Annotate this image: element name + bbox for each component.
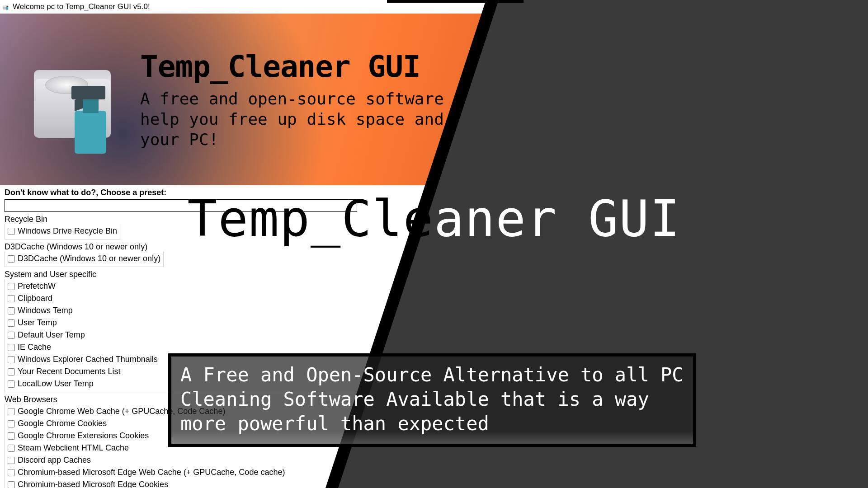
checkbox-discord[interactable]: [8, 457, 15, 464]
promo-box: A Free and Open-Source Alternative to al…: [168, 353, 696, 447]
option-label: IE Cache: [18, 342, 51, 353]
option-label: Chromium-based Microsoft Edge Web Cache …: [18, 467, 285, 478]
option-label: Your Recent Documents List: [18, 366, 120, 377]
option-label: D3DCache (Windows 10 or newer only): [18, 253, 160, 264]
option-label: Windows Temp: [18, 305, 73, 316]
option-clipboard[interactable]: Clipboard: [5, 292, 678, 305]
option-edge-cache[interactable]: Chromium-based Microsoft Edge Web Cache …: [5, 466, 678, 479]
option-label: User Temp: [18, 317, 57, 328]
svg-rect-3: [7, 6, 9, 7]
option-label: LocalLow User Temp: [18, 378, 94, 389]
group-d3d: D3DCache (Windows 10 or newer only): [5, 252, 164, 267]
option-edge-cookies[interactable]: Chromium-based Microsoft Edge Cookies: [5, 479, 678, 488]
option-label: Chromium-based Microsoft Edge Cookies: [18, 479, 168, 488]
app-icon: [2, 3, 10, 11]
option-ie-cache[interactable]: IE Cache: [5, 341, 678, 353]
checkbox-user-temp[interactable]: [8, 319, 15, 327]
option-prefetchw[interactable]: PrefetchW: [5, 280, 678, 292]
app-title: Temp_Cleaner GUI: [140, 49, 556, 84]
promo-title-left: Temp_Cle: [187, 190, 434, 248]
group-title-system: System and User specific: [5, 270, 678, 279]
option-win-temp[interactable]: Windows Temp: [5, 305, 678, 317]
option-label: Windows Explorer Cached Thumbnails: [18, 354, 158, 365]
checkbox-chrome-cookies[interactable]: [8, 420, 15, 427]
checkbox-chrome-ext[interactable]: [8, 432, 15, 440]
checkbox-edge-cache[interactable]: [8, 469, 15, 476]
app-logo: [32, 54, 122, 145]
option-discord[interactable]: Discord app Caches: [5, 454, 678, 466]
header-banner: Temp_Cleaner GUI A free and open-source …: [0, 14, 683, 185]
option-label: Steam Webclient HTML Cache: [18, 442, 129, 454]
svg-rect-2: [6, 7, 9, 10]
option-label: Google Chrome Extensions Cookies: [18, 430, 149, 441]
checkbox-chrome-cache[interactable]: [8, 408, 15, 415]
checkbox-def-user[interactable]: [8, 332, 15, 339]
option-user-temp[interactable]: User Temp: [5, 317, 678, 329]
checkbox-steam-html[interactable]: [8, 445, 15, 452]
titlebar[interactable]: Welcome pc to Temp_Cleaner GUI v5.0!: [0, 0, 683, 14]
option-label: Google Chrome Cookies: [18, 418, 107, 429]
window-title: Welcome pc to Temp_Cleaner GUI v5.0!: [13, 2, 150, 11]
checkbox-locallow[interactable]: [8, 380, 15, 388]
checkbox-edge-cookies[interactable]: [8, 481, 15, 488]
option-label: Clipboard: [18, 293, 52, 304]
checkbox-d3d-cache[interactable]: [8, 255, 15, 263]
top-strip: [387, 0, 524, 3]
option-label: PrefetchW: [18, 281, 56, 292]
checkbox-recent-docs[interactable]: [8, 368, 15, 375]
checkbox-ie-cache[interactable]: [8, 344, 15, 351]
promo-title: Temp_Cleaner GUI: [0, 190, 868, 248]
option-label: Default User Temp: [18, 329, 85, 341]
checkbox-win-temp[interactable]: [8, 307, 15, 314]
promo-box-text: A Free and Open-Source Alternative to al…: [180, 364, 684, 435]
option-d3d-cache[interactable]: D3DCache (Windows 10 or newer only): [5, 253, 163, 265]
option-label: Discord app Caches: [18, 455, 91, 466]
checkbox-thumb[interactable]: [8, 356, 15, 363]
checkbox-clipboard[interactable]: [8, 295, 15, 302]
checkbox-prefetchw[interactable]: [8, 283, 15, 290]
promo-title-right: aner GUI: [434, 190, 681, 248]
app-subtitle: A free and open-source software made to …: [140, 89, 556, 150]
option-def-user[interactable]: Default User Temp: [5, 329, 678, 341]
